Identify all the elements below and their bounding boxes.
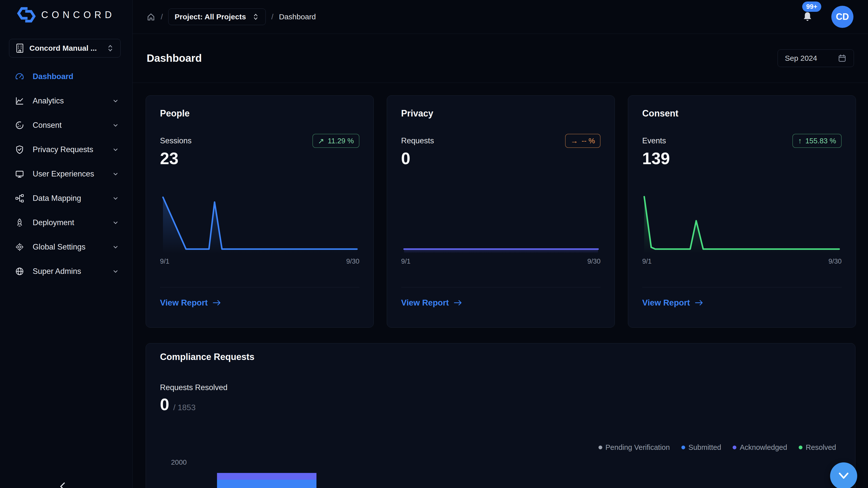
building-icon bbox=[15, 43, 24, 53]
metric-value: 0 bbox=[401, 149, 410, 168]
sidebar-collapse-button[interactable] bbox=[57, 482, 68, 488]
view-report-link[interactable]: View Report bbox=[401, 298, 463, 307]
org-selector-label: Concord Manual ... bbox=[29, 44, 101, 53]
chevron-down-icon bbox=[112, 243, 119, 251]
legend-dot bbox=[598, 446, 602, 449]
avatar[interactable]: CD bbox=[831, 6, 854, 28]
events-sparkline-chart bbox=[642, 193, 842, 253]
view-report-label: View Report bbox=[401, 298, 449, 307]
chart-x-axis: 9/1 9/30 bbox=[642, 258, 842, 265]
breadcrumb-current-page: Dashboard bbox=[279, 12, 316, 21]
metric-label: Requests Resolved bbox=[160, 383, 227, 392]
delta-value: 11.29 % bbox=[328, 137, 354, 145]
chevron-down-icon bbox=[112, 268, 119, 275]
sidebar-item-label: Global Settings bbox=[33, 242, 85, 252]
metric-label: Requests bbox=[401, 136, 434, 145]
chevron-left-icon bbox=[57, 482, 68, 488]
delta-badge: ↗ 11.29 % bbox=[312, 134, 360, 148]
x-axis-end: 9/30 bbox=[828, 258, 842, 265]
card-title: People bbox=[160, 108, 190, 119]
date-filter[interactable]: Sep 2024 bbox=[778, 50, 854, 67]
sidebar-item-data-mapping[interactable]: Data Mapping bbox=[0, 186, 132, 210]
x-axis-end: 9/30 bbox=[346, 258, 360, 265]
cookie-icon bbox=[15, 121, 24, 130]
chevron-down-icon bbox=[112, 195, 119, 202]
legend-item-pending-verification: Pending Verification bbox=[598, 443, 670, 452]
project-selector-label: Project: All Projects bbox=[175, 12, 246, 21]
x-axis-start: 9/1 bbox=[401, 258, 411, 265]
legend-label: Submitted bbox=[688, 443, 721, 452]
view-report-link[interactable]: View Report bbox=[160, 298, 222, 307]
globe-icon bbox=[15, 267, 24, 276]
notifications-button[interactable]: 99+ bbox=[802, 11, 813, 22]
sidebar-item-label: Privacy Requests bbox=[33, 145, 93, 154]
view-report-link[interactable]: View Report bbox=[642, 298, 705, 307]
sidebar-item-label: Deployment bbox=[33, 218, 74, 227]
x-axis-start: 9/1 bbox=[160, 258, 169, 265]
legend-dot bbox=[681, 446, 685, 449]
monitor-icon bbox=[15, 169, 24, 178]
page-title: Dashboard bbox=[147, 52, 202, 64]
avatar-initials: CD bbox=[836, 11, 849, 22]
chevron-down-icon bbox=[112, 146, 119, 153]
sidebar-item-deployment[interactable]: Deployment bbox=[0, 210, 132, 235]
chart-legend: Pending Verification Submitted Acknowled… bbox=[598, 443, 836, 452]
home-icon[interactable] bbox=[147, 12, 155, 21]
sidebar-item-super-admins[interactable]: Super Admins bbox=[0, 259, 132, 284]
legend-item-resolved: Resolved bbox=[799, 443, 836, 452]
legend-item-acknowledged: Acknowledged bbox=[733, 443, 787, 452]
x-axis-start: 9/1 bbox=[642, 258, 652, 265]
resolved-total: / 1853 bbox=[173, 403, 196, 412]
sidebar-item-label: User Experiences bbox=[33, 169, 94, 178]
sidebar-item-consent[interactable]: Consent bbox=[0, 113, 132, 137]
chevrons-up-down-icon bbox=[106, 44, 114, 53]
arrow-right-icon bbox=[212, 299, 222, 306]
sidebar-item-dashboard[interactable]: Dashboard bbox=[0, 64, 132, 89]
bar-segment-acknowledged bbox=[217, 473, 316, 480]
chevrons-up-down-icon bbox=[252, 12, 259, 21]
chevron-down-icon bbox=[112, 97, 119, 105]
chevron-down-icon bbox=[112, 170, 119, 178]
kpi-card-consent: Consent Events ↑ 155.83 % 139 9/1 9/30 V… bbox=[628, 95, 856, 328]
org-selector[interactable]: Concord Manual ... bbox=[9, 39, 121, 58]
sidebar-item-label: Analytics bbox=[33, 96, 64, 105]
bell-icon bbox=[802, 11, 813, 22]
notification-count-badge: 99+ bbox=[802, 1, 821, 12]
metric-value: 139 bbox=[642, 149, 670, 168]
legend-label: Resolved bbox=[806, 443, 836, 452]
kpi-card-people: People Sessions ↗ 11.29 % 23 9/1 9/30 Vi… bbox=[146, 95, 374, 328]
sidebar-item-global-settings[interactable]: Global Settings bbox=[0, 235, 132, 259]
project-selector[interactable]: Project: All Projects bbox=[168, 8, 266, 25]
arrow-right-icon bbox=[694, 299, 705, 306]
arrow-up-icon: ↑ bbox=[798, 136, 802, 145]
sessions-sparkline-chart bbox=[160, 193, 360, 253]
sidebar: CONCORD Concord Manual ... Dashboard bbox=[0, 0, 133, 488]
chevron-down-icon bbox=[112, 219, 119, 226]
concord-logo-icon bbox=[17, 7, 36, 23]
kpi-cards-row: People Sessions ↗ 11.29 % 23 9/1 9/30 Vi… bbox=[146, 95, 856, 328]
stacked-bar bbox=[217, 473, 316, 488]
sidebar-item-privacy-requests[interactable]: Privacy Requests bbox=[0, 137, 132, 162]
delta-value: -- % bbox=[582, 137, 595, 145]
scroll-down-button[interactable] bbox=[830, 462, 857, 488]
chevron-down-icon bbox=[112, 122, 119, 129]
card-title: Compliance Requests bbox=[160, 352, 254, 362]
breadcrumb-separator: / bbox=[271, 12, 273, 21]
breadcrumb-separator: / bbox=[161, 12, 163, 21]
sidebar-item-user-experiences[interactable]: User Experiences bbox=[0, 162, 132, 186]
card-title: Consent bbox=[642, 108, 678, 119]
gear-icon bbox=[15, 242, 24, 252]
y-axis-tick: 2000 bbox=[171, 458, 187, 466]
sidebar-item-analytics[interactable]: Analytics bbox=[0, 89, 132, 113]
legend-dot bbox=[733, 446, 736, 449]
topbar: / Project: All Projects / Dashboard 99+ … bbox=[133, 0, 868, 34]
legend-label: Pending Verification bbox=[606, 443, 670, 452]
compliance-requests-card: Compliance Requests Requests Resolved 0 … bbox=[146, 343, 856, 488]
chart-line-icon bbox=[15, 96, 24, 105]
view-report-label: View Report bbox=[160, 298, 208, 307]
arrow-right-icon bbox=[453, 299, 463, 306]
delta-badge: → -- % bbox=[565, 134, 600, 148]
sidebar-item-label: Data Mapping bbox=[33, 194, 81, 203]
brand-logo: CONCORD bbox=[0, 7, 132, 23]
date-filter-value: Sep 2024 bbox=[785, 54, 838, 63]
